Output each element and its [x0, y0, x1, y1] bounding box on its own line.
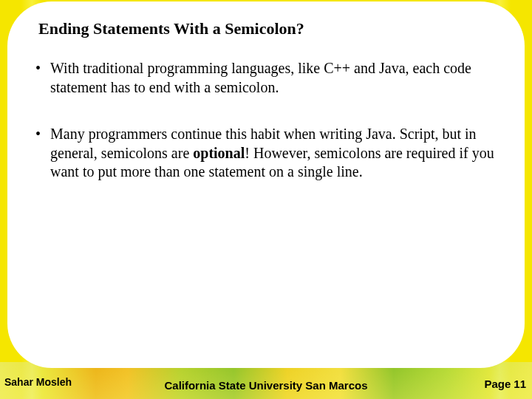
footer-university: California State University San Marcos — [164, 379, 367, 392]
footer-page-number: 11 — [514, 378, 526, 390]
slide-card: Ending Statements With a Semicolon? With… — [7, 1, 525, 368]
bullet-item: Many programmers continue this habit whe… — [50, 125, 498, 182]
footer-page: Page11 — [484, 378, 526, 390]
slide-footer: Sahar Mosleh California State University… — [0, 371, 532, 396]
footer-author: Sahar Mosleh — [4, 376, 72, 388]
footer-page-label: Page — [484, 378, 511, 390]
bullet-item: With traditional programming languages, … — [50, 59, 498, 97]
bullet-list: With traditional programming languages, … — [34, 59, 498, 182]
slide-title: Ending Statements With a Semicolon? — [38, 19, 498, 38]
